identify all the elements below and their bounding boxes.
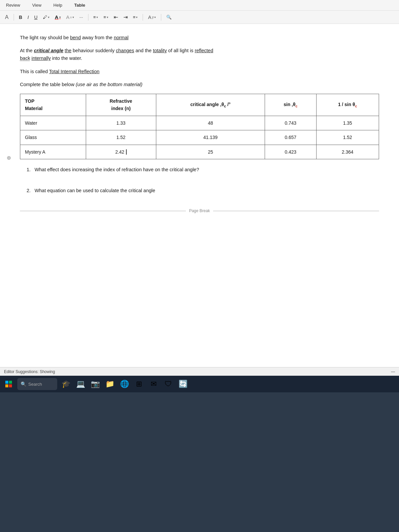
tir-text: Total Internal Reflection xyxy=(49,69,100,74)
table-wrapper: TOP Material Refractive index (n) critic… xyxy=(20,94,379,159)
bold-button[interactable]: B xyxy=(17,14,24,21)
editor-suggestions-label: Editor Suggestions: Showing xyxy=(4,369,55,374)
windows-start-button[interactable] xyxy=(3,378,15,390)
table-header-row: TOP Material Refractive index (n) critic… xyxy=(20,94,379,116)
list-button-1[interactable]: ≡▾ xyxy=(92,14,100,21)
back-text: back xyxy=(20,56,30,61)
refractive-mystery: 2.42 xyxy=(86,145,156,159)
critical-glass: 41.139 xyxy=(156,130,265,145)
underline-button[interactable]: U xyxy=(33,14,39,21)
refractive-label: Refractive xyxy=(110,98,132,104)
bend-text: bend xyxy=(70,35,81,40)
critical-mystery: 25 xyxy=(156,145,265,159)
search-icon: 🔍 xyxy=(21,381,26,387)
col-top-label: TOP xyxy=(25,98,35,104)
pen-button[interactable]: 🖊▾ xyxy=(41,14,51,21)
paragraph-4: Complete the table below (use air as the… xyxy=(20,81,379,88)
table-row-glass: Glass 1.52 41.139 0.657 1.52 xyxy=(20,130,379,145)
material-mystery: Mystery A xyxy=(20,145,86,159)
table-row-mystery: Mystery A 2.42 25 0.423 2.364 xyxy=(20,145,379,159)
page-break-label: Page Break xyxy=(189,208,210,214)
dark-background-area xyxy=(0,392,399,532)
taskbar-camera-icon[interactable]: 📷 xyxy=(89,378,101,390)
material-glass: Glass xyxy=(20,130,86,145)
taskbar-student-icon[interactable]: 🎓 xyxy=(60,378,72,390)
toolbar-separator-3 xyxy=(143,14,143,21)
sin-inv-water: 1.35 xyxy=(316,116,379,130)
windows-logo-icon xyxy=(5,381,12,387)
taskbar-mail-icon[interactable]: ✉ xyxy=(148,378,160,390)
menu-help[interactable]: Help xyxy=(52,2,65,8)
move-handle-icon[interactable]: ⊕ xyxy=(7,154,11,162)
refractive-glass: 1.52 xyxy=(86,130,156,145)
col-header-refractive: Refractive index (n) xyxy=(86,94,156,116)
taskbar-search-button[interactable]: 🔍 Search xyxy=(17,378,57,390)
font-strikethrough-button[interactable]: Ao▾ xyxy=(65,13,76,21)
toolbar-separator-2 xyxy=(88,14,88,21)
question-2-text: What equation can be used to calculate t… xyxy=(35,188,155,193)
taskbar-grid-icon[interactable]: ⊞ xyxy=(133,378,145,390)
taskbar-puzzle-icon[interactable]: 🔄 xyxy=(177,378,189,390)
sin-inv-glass: 1.52 xyxy=(316,130,379,145)
minimize-button[interactable]: — xyxy=(391,369,395,374)
sin-inv-mystery: 2.364 xyxy=(316,145,379,159)
taskbar-laptop-icon[interactable]: 💻 xyxy=(74,378,86,390)
the-text: the xyxy=(65,48,71,53)
menu-table[interactable]: Table xyxy=(72,2,87,8)
question-1-text: What effect does increasing the index of… xyxy=(35,167,199,172)
index-label: index (n) xyxy=(111,106,131,111)
col-header-material: TOP Material xyxy=(20,94,86,116)
theta-c-sub-3: c xyxy=(355,104,357,108)
sin-water: 0.743 xyxy=(265,116,316,130)
data-table: TOP Material Refractive index (n) critic… xyxy=(20,94,379,159)
taskbar-network-icon[interactable]: 🛡 xyxy=(162,378,174,390)
paragraph-2: At the critical angle the behaviour sudd… xyxy=(20,47,379,62)
taskbar-folder-icon[interactable]: 📁 xyxy=(104,378,116,390)
material-water: Water xyxy=(20,116,86,130)
question-2: 2.What equation can be used to calculate… xyxy=(27,187,379,195)
font-size-a-button[interactable]: A xyxy=(3,13,10,21)
theta-c-sub-1: c xyxy=(224,103,226,108)
toolbar-separator-1 xyxy=(14,14,14,21)
normal-text: normal xyxy=(114,35,128,40)
italic-button[interactable]: I xyxy=(26,14,31,21)
sin-glass: 0.657 xyxy=(265,130,316,145)
paragraph-1: The light ray should be bend away from t… xyxy=(20,34,379,42)
col-header-1-over-sin: 1 / sin θc xyxy=(316,94,379,116)
menu-view[interactable]: View xyxy=(30,2,44,8)
question-2-number: 2. xyxy=(27,188,31,193)
question-1-number: 1. xyxy=(27,167,31,172)
toolbar-separator-4 xyxy=(161,14,161,21)
reflected-text: reflected xyxy=(195,48,213,53)
critical-angle-text: critical angle xyxy=(34,48,64,53)
indent-decrease-button[interactable]: ⇤ xyxy=(112,13,120,21)
more-button[interactable]: ··· xyxy=(78,14,85,21)
menu-bar: Review View Help Table xyxy=(0,0,399,11)
sin-mystery: 0.423 xyxy=(265,145,316,159)
totality-text: totality xyxy=(153,48,167,53)
taskbar: 🔍 Search 🎓 💻 📷 📁 🌐 ⊞ ✉ 🛡 🔄 xyxy=(0,376,399,392)
critical-water: 48 xyxy=(156,116,265,130)
col-header-sin: sin ,θc xyxy=(265,94,316,116)
theta-c-sub-2: c xyxy=(296,104,298,108)
status-bar: Editor Suggestions: Showing — xyxy=(0,367,399,376)
table-row-water: Water 1.33 48 0.743 1.35 xyxy=(20,116,379,130)
changes-text: changes xyxy=(116,48,134,53)
questions-section: 1.What effect does increasing the index … xyxy=(20,166,379,195)
col-material-label: Material xyxy=(25,106,43,111)
indent-increase-button[interactable]: ⇥ xyxy=(122,13,129,21)
font-color-button[interactable]: A▾ xyxy=(53,13,63,21)
col-header-critical-angle: critical angle ,θc /° xyxy=(156,94,265,116)
taskbar-globe-icon[interactable]: 🌐 xyxy=(118,378,130,390)
search-label: Search xyxy=(28,382,42,387)
italic-instruction: (use air as the bottom material) xyxy=(76,82,143,87)
menu-review[interactable]: Review xyxy=(4,2,22,8)
paragraph-3: This is called Total Internal Reflection xyxy=(20,68,379,75)
search-button[interactable]: 🔍 xyxy=(165,14,173,21)
align-button[interactable]: ≡▾ xyxy=(131,14,140,21)
list-button-2[interactable]: ≡▾ xyxy=(102,14,110,21)
toolbar: A B I U 🖊▾ A▾ Ao▾ ··· ≡▾ ≡▾ ⇤ ⇥ ≡▾ Ay▾ 🔍 xyxy=(0,11,399,24)
refractive-water: 1.33 xyxy=(86,116,156,130)
document-area: ⊕ The light ray should be bend away from… xyxy=(0,24,399,367)
style-a-button[interactable]: Ay▾ xyxy=(146,13,158,21)
